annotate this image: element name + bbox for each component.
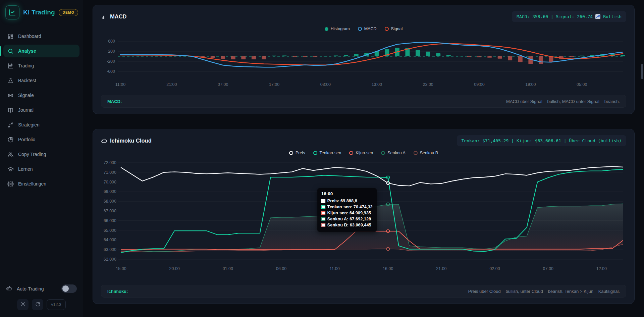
- bar-chart-icon: [101, 14, 107, 20]
- tooltip-row-senkou-a: Senkou A: 67.692,128: [321, 216, 373, 221]
- legend-swatch: [289, 151, 293, 155]
- ichimoku-summary-text: Tenkan: $71,405.29 | Kijun: $63,606.61 |…: [462, 138, 622, 143]
- sidebar-item-label: Lernen: [18, 166, 33, 172]
- sidebar-item-copy-trading[interactable]: Copy Trading: [3, 148, 79, 161]
- sidebar-bottom: Auto-Trading v12.3: [0, 279, 83, 317]
- theme-button[interactable]: [17, 299, 29, 310]
- tooltip-row-kijun-sen: Kijun-sen: 64.909,935: [321, 210, 373, 215]
- chart-tooltip: 16:00 Preis: 69.888,8Tenkan-sen: 70.474,…: [317, 188, 377, 232]
- tooltip-row-tenkan-sen: Tenkan-sen: 70.474,32: [321, 204, 373, 209]
- scrollbar[interactable]: [641, 64, 643, 79]
- macd-chart-area[interactable]: 600200-200-60011:0021:0007:0017:0003:001…: [93, 32, 634, 92]
- auto-trading-row: Auto-Trading: [0, 279, 83, 296]
- app-logo-icon: [5, 5, 19, 19]
- sidebar: KI Trading DEMO DashboardAnalyseTradingB…: [0, 0, 83, 317]
- legend-label: MACD: [364, 27, 377, 31]
- sidebar-item-label: Einstellungen: [18, 181, 46, 187]
- ichimoku-footer-text: Preis über Cloud = bullish, unter Cloud …: [468, 289, 620, 294]
- legend-label: Tenkan-sen: [320, 151, 341, 155]
- branch-icon: [7, 122, 14, 128]
- svg-text:69.000: 69.000: [104, 189, 116, 194]
- svg-text:23:00: 23:00: [423, 82, 433, 87]
- users-icon: [7, 151, 14, 158]
- legend-label: Senkou B: [420, 151, 438, 155]
- legend-swatch: [313, 151, 317, 155]
- tooltip-row-preis: Preis: 69.888,8: [321, 198, 373, 203]
- sidebar-item-label: Dashboard: [18, 34, 41, 39]
- sidebar-item-signale[interactable]: Signale: [3, 89, 79, 102]
- sidebar-item-label: Backtest: [18, 78, 36, 83]
- app-title: KI Trading: [23, 9, 55, 16]
- legend-label: Preis: [296, 151, 305, 155]
- legend-item-macd[interactable]: MACD: [358, 27, 377, 31]
- macd-legend: HistogramMACDSignal: [93, 25, 634, 32]
- svg-text:16:00: 16:00: [383, 266, 393, 271]
- legend-item-preis[interactable]: Preis: [289, 151, 305, 155]
- version-badge: v12.3: [47, 299, 66, 310]
- sidebar-item-label: Journal: [18, 107, 34, 113]
- svg-text:17:00: 17:00: [269, 82, 279, 87]
- legend-item-kijun-sen[interactable]: Kijun-sen: [349, 151, 373, 155]
- dashboard-grid-icon: [7, 33, 14, 40]
- sidebar-item-analyse[interactable]: Analyse: [3, 45, 79, 57]
- sidebar-item-strategien[interactable]: Strategien: [3, 118, 79, 131]
- sidebar-item-portfolio[interactable]: Portfolio: [3, 133, 79, 146]
- svg-text:09:00: 09:00: [474, 82, 484, 87]
- sidebar-divider: [0, 25, 83, 25]
- sidebar-nav: DashboardAnalyseTradingBacktestSignaleJo…: [0, 28, 83, 192]
- auto-trading-toggle[interactable]: [61, 284, 77, 293]
- sun-icon: [20, 301, 26, 308]
- svg-text:21:00: 21:00: [436, 266, 446, 271]
- legend-swatch: [414, 151, 418, 155]
- svg-text:-200: -200: [107, 59, 115, 64]
- macd-card: MACD MACD: 358.60 | Signal: 260.74 Bulli…: [93, 5, 635, 114]
- svg-text:07:00: 07:00: [218, 82, 228, 87]
- pie-chart-icon: [7, 137, 14, 143]
- legend-item-senkou-a[interactable]: Senkou A: [381, 151, 406, 155]
- legend-item-signal[interactable]: Signal: [385, 27, 403, 31]
- ichimoku-footer-label: Ichimoku:: [107, 289, 128, 294]
- legend-item-senkou-b[interactable]: Senkou B: [414, 151, 438, 155]
- legend-label: Senkou A: [387, 151, 406, 155]
- svg-text:21:00: 21:00: [166, 82, 177, 87]
- ichimoku-chart-area[interactable]: 72.00071.00070.00069.00068.00067.00066.0…: [93, 156, 634, 281]
- svg-text:13:00: 13:00: [372, 82, 382, 87]
- logo-row: KI Trading DEMO: [0, 0, 83, 24]
- legend-item-histogram[interactable]: Histogram: [325, 27, 350, 31]
- sidebar-item-lernen[interactable]: Lernen: [3, 163, 79, 175]
- legend-item-tenkan-sen[interactable]: Tenkan-sen: [313, 151, 341, 155]
- svg-text:06:00: 06:00: [276, 266, 286, 271]
- legend-label: Kijun-sen: [356, 151, 373, 155]
- utility-row: v12.3: [0, 296, 83, 317]
- macd-summary-status: Bullish: [603, 14, 622, 19]
- tooltip-swatch: [321, 205, 325, 209]
- sidebar-item-trading[interactable]: Trading: [3, 59, 79, 72]
- svg-text:200: 200: [108, 49, 115, 54]
- ichimoku-legend: PreisTenkan-senKijun-senSenkou ASenkou B: [93, 149, 634, 156]
- tooltip-swatch: [321, 211, 325, 215]
- legend-swatch: [381, 151, 385, 155]
- refresh-button[interactable]: [32, 299, 43, 310]
- sidebar-item-journal[interactable]: Journal: [3, 104, 79, 116]
- sidebar-item-einstellungen[interactable]: Einstellungen: [3, 177, 79, 190]
- sidebar-item-dashboard[interactable]: Dashboard: [3, 30, 79, 43]
- legend-swatch: [385, 27, 389, 31]
- ichimoku-card: Ichimoku Cloud Tenkan: $71,405.29 | Kiju…: [93, 129, 635, 304]
- graduation-cap-icon: [7, 166, 14, 172]
- main-content: MACD MACD: 358.60 | Signal: 260.74 Bulli…: [83, 0, 644, 317]
- sidebar-item-backtest[interactable]: Backtest: [3, 74, 79, 87]
- svg-text:68.000: 68.000: [104, 199, 116, 204]
- tooltip-swatch: [321, 217, 325, 221]
- cloud-icon: [101, 138, 107, 144]
- svg-text:62.000: 62.000: [104, 257, 116, 262]
- macd-chart[interactable]: 600200-200-60011:0021:0007:0017:0003:001…: [101, 34, 627, 92]
- svg-text:70.000: 70.000: [104, 180, 116, 184]
- toggle-knob: [62, 285, 69, 292]
- book-icon: [7, 107, 14, 113]
- robot-icon: [6, 285, 12, 293]
- macd-summary-text: MACD: 358.60 | Signal: 260.74: [517, 14, 593, 19]
- candlestick-icon: [7, 63, 14, 69]
- auto-trading-label: Auto-Trading: [17, 286, 44, 292]
- sidebar-item-label: Strategien: [18, 122, 40, 127]
- legend-swatch: [358, 27, 362, 31]
